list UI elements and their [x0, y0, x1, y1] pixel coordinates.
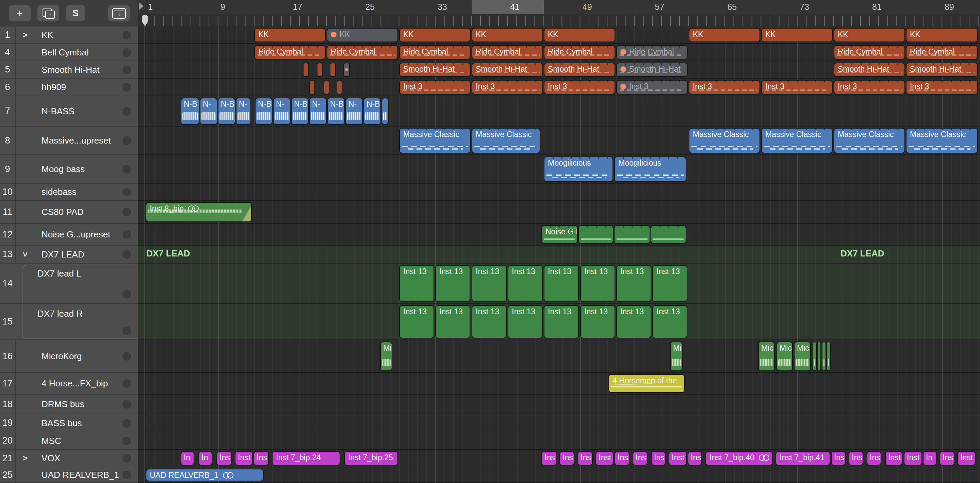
region[interactable]: Inst [957, 451, 975, 466]
track-stack-button[interactable] [108, 5, 130, 21]
region[interactable]: Mic [670, 342, 682, 371]
region[interactable]: Smooth Hi-Hat [616, 63, 688, 77]
track-lane-16[interactable] [138, 340, 980, 373]
track-header-15[interactable]: 15DX7 lead R [0, 304, 138, 340]
region[interactable]: Inst 13 [616, 265, 651, 302]
region[interactable]: Massive Classic [761, 128, 833, 153]
region[interactable]: Inst 3 [544, 80, 615, 95]
track-header-7[interactable]: 7N-BASS [0, 96, 138, 127]
region[interactable]: KK [544, 28, 615, 42]
region[interactable]: Noise GTR [541, 225, 578, 244]
track-header-10[interactable]: 10sidebass [0, 184, 138, 201]
track-status-dot[interactable] [123, 165, 131, 173]
region[interactable]: Smooth Hi-Hat [472, 63, 543, 77]
region[interactable]: Inst 3 [616, 80, 688, 95]
track-header-14[interactable]: 14DX7 lead L [0, 264, 138, 304]
track-lane-10[interactable] [138, 184, 980, 201]
track-header-8[interactable]: 8Massive...upreset [0, 127, 138, 155]
region[interactable]: Ins [253, 451, 269, 466]
track-status-dot[interactable] [123, 400, 131, 408]
region[interactable]: Inst 13 [544, 265, 579, 302]
region[interactable]: N- [236, 98, 251, 125]
region[interactable]: Inst [669, 451, 687, 466]
region[interactable]: Smooth Hi-Hat [399, 63, 471, 77]
disclosure-triangle[interactable]: > [21, 30, 29, 40]
region[interactable]: In [181, 451, 194, 466]
bar-ruler[interactable]: 1917253341495765738189 [138, 0, 980, 27]
track-status-dot[interactable] [123, 66, 131, 74]
track-status-dot[interactable] [123, 107, 131, 116]
region[interactable]: N-B [291, 98, 309, 125]
region[interactable]: Ride Cymbal [906, 45, 978, 60]
region[interactable]: Inst 13 [399, 305, 434, 338]
track-status-dot[interactable] [123, 48, 131, 57]
region[interactable]: Inst 13 [544, 305, 579, 338]
track-lane-18[interactable] [138, 394, 980, 414]
region[interactable] [578, 225, 614, 244]
region[interactable]: Ins [831, 451, 846, 466]
add-track-button[interactable]: + [9, 5, 30, 21]
track-status-dot[interactable] [123, 471, 131, 479]
region[interactable]: N-B [181, 98, 199, 125]
region[interactable]: Ins [867, 451, 881, 466]
region[interactable] [826, 342, 831, 371]
track-status-dot[interactable] [123, 250, 131, 259]
track-header-16[interactable]: 16MicroKorg [0, 340, 138, 373]
region[interactable]: Inst 13 [435, 305, 470, 338]
region[interactable]: Massive Classic [834, 128, 905, 153]
region[interactable]: Inst 13 [580, 305, 615, 338]
region[interactable]: In [923, 451, 937, 466]
region[interactable]: KK [254, 28, 326, 42]
region[interactable]: Inst 3 [399, 80, 471, 95]
track-lane-20[interactable] [138, 432, 980, 450]
region[interactable]: Ride Cymbal [834, 45, 905, 60]
region[interactable]: Massive Classic [472, 128, 540, 153]
region[interactable]: Ins [216, 451, 232, 466]
region[interactable]: N- [200, 98, 218, 125]
region[interactable]: Inst 13 [472, 265, 507, 302]
track-header-20[interactable]: 20MSC [0, 432, 138, 450]
region[interactable]: KK [689, 28, 760, 42]
track-status-dot[interactable] [123, 83, 131, 92]
region[interactable]: Ins [614, 451, 630, 466]
region[interactable]: Massive Classic [399, 128, 471, 153]
track-status-dot[interactable] [123, 454, 131, 462]
region[interactable]: Inst 13 [435, 265, 470, 302]
region[interactable] [309, 80, 315, 95]
region[interactable]: Inst 3 [761, 80, 833, 95]
region[interactable]: Ins [541, 451, 557, 466]
track-header-17[interactable]: 174 Horse...FX_bip [0, 373, 138, 394]
region[interactable]: KK [472, 28, 543, 42]
cycle-region[interactable] [472, 0, 544, 14]
region[interactable]: Ride Cymbal [616, 45, 688, 60]
region[interactable] [382, 98, 388, 125]
region[interactable]: Ride Cymbal [544, 45, 615, 60]
region[interactable]: Ride Cymbal [254, 45, 326, 60]
region[interactable] [330, 63, 336, 77]
region[interactable]: N-B [363, 98, 381, 125]
region[interactable]: Ins [651, 451, 666, 466]
region[interactable]: Inst 13 [580, 265, 615, 302]
region[interactable]: Ride Cymbal [399, 45, 471, 60]
region[interactable]: Ins [849, 451, 863, 466]
region[interactable]: Ins [688, 451, 702, 466]
region[interactable] [337, 80, 342, 95]
disclosure-triangle[interactable]: > [21, 250, 30, 259]
region[interactable]: KK [399, 28, 471, 42]
region[interactable]: Inst [235, 451, 253, 466]
region[interactable]: Ride Cymbal [327, 45, 398, 60]
track-lane-11[interactable] [138, 201, 980, 224]
region[interactable]: Inst 13 [472, 305, 507, 338]
track-header-12[interactable]: 12Noise G...upreset [0, 224, 138, 246]
region[interactable]: Inst 7_bip.40 [705, 451, 773, 466]
region[interactable]: Inst 13 [399, 265, 434, 302]
track-status-dot[interactable] [123, 31, 131, 40]
region[interactable]: Smooth Hi-Hat [834, 63, 905, 77]
region[interactable]: Inst [595, 451, 614, 466]
region[interactable]: Inst 13 [508, 265, 543, 302]
region[interactable]: Massive Classic [906, 128, 978, 153]
region[interactable]: Inst [885, 451, 902, 466]
track-header-13[interactable]: 13>DX7 LEAD [0, 246, 138, 264]
duplicate-track-button[interactable]: + [37, 5, 59, 21]
track-status-dot[interactable] [123, 137, 131, 145]
